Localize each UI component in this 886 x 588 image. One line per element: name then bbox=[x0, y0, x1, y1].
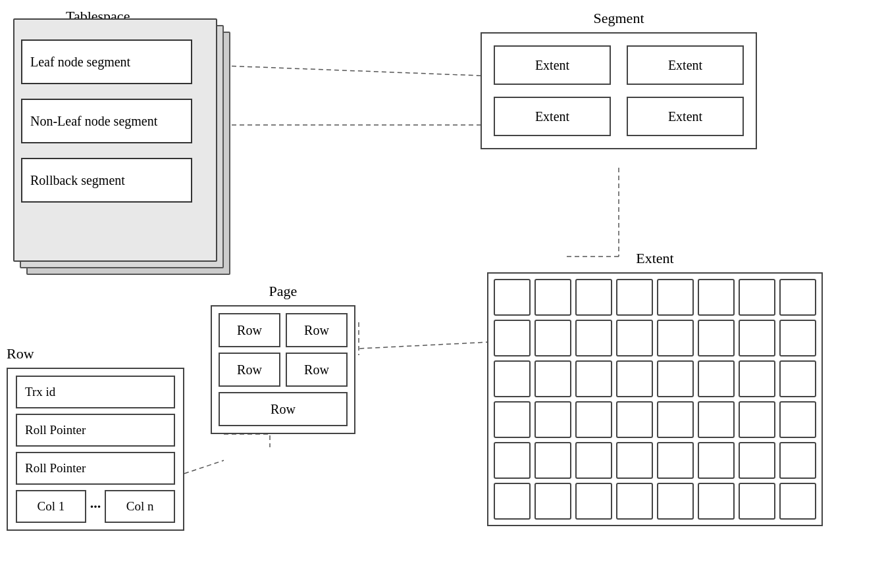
page-row-2: Row bbox=[286, 313, 348, 347]
row-dots: ··· bbox=[90, 498, 101, 515]
page-cell bbox=[534, 442, 571, 479]
page-cell bbox=[494, 279, 531, 316]
page-title: Page bbox=[211, 283, 355, 300]
page-cell bbox=[657, 360, 694, 397]
page-cell bbox=[779, 483, 816, 520]
row-roll-pointer-2: Roll Pointer bbox=[16, 452, 175, 485]
page-cell bbox=[657, 279, 694, 316]
page-cell bbox=[779, 442, 816, 479]
page-cell bbox=[616, 442, 653, 479]
page-cell bbox=[779, 320, 816, 356]
page-cell bbox=[494, 442, 531, 479]
page-cell bbox=[534, 483, 571, 520]
row-col-n: Col n bbox=[105, 490, 175, 523]
page-cell bbox=[739, 483, 775, 520]
page-cell bbox=[779, 279, 816, 316]
page-cell bbox=[575, 279, 612, 316]
page-cell bbox=[616, 483, 653, 520]
row-trx-id: Trx id bbox=[16, 376, 175, 408]
svg-line-4 bbox=[359, 342, 490, 349]
svg-line-8 bbox=[184, 460, 224, 474]
row-col-1: Col 1 bbox=[16, 490, 86, 523]
page-cell bbox=[657, 320, 694, 356]
extent-section: Extent bbox=[487, 250, 823, 526]
page-cell bbox=[575, 442, 612, 479]
page-cell bbox=[494, 401, 531, 438]
page-cell bbox=[739, 320, 775, 356]
segment-title: Segment bbox=[481, 10, 757, 27]
row-outer: Trx id Roll Pointer Roll Pointer Col 1 ·… bbox=[7, 368, 184, 531]
page-cell bbox=[739, 401, 775, 438]
non-leaf-node-segment-box: Non-Leaf node segment bbox=[21, 99, 192, 143]
segment-extent-1: Extent bbox=[494, 45, 611, 85]
page-cell bbox=[575, 483, 612, 520]
page-cell bbox=[616, 279, 653, 316]
segment-extent-4: Extent bbox=[627, 97, 744, 136]
page-cell bbox=[534, 279, 571, 316]
page-cell bbox=[698, 442, 735, 479]
page-cell bbox=[534, 320, 571, 356]
segment-extent-2: Extent bbox=[627, 45, 744, 85]
segment-extent-3: Extent bbox=[494, 97, 611, 136]
row-section: Row Trx id Roll Pointer Roll Pointer Col… bbox=[7, 345, 184, 531]
diagram-container: Tablespace Leaf node segment Non-Leaf no… bbox=[0, 0, 886, 588]
page-cell bbox=[494, 360, 531, 397]
page-cell bbox=[698, 401, 735, 438]
page-cell bbox=[494, 320, 531, 356]
extent-grid bbox=[487, 272, 823, 526]
page-cell bbox=[657, 401, 694, 438]
page-cell bbox=[739, 442, 775, 479]
svg-line-0 bbox=[224, 66, 481, 76]
page-cell bbox=[779, 360, 816, 397]
segment-outer: Extent Extent Extent Extent bbox=[481, 32, 757, 149]
page-cell bbox=[698, 320, 735, 356]
page-cell bbox=[616, 320, 653, 356]
row-cols: Col 1 ··· Col n bbox=[16, 490, 175, 523]
page-row-4: Row bbox=[286, 353, 348, 387]
leaf-node-segment-box: Leaf node segment bbox=[21, 39, 192, 84]
rollback-segment-box: Rollback segment bbox=[21, 158, 192, 203]
page-cell bbox=[779, 401, 816, 438]
page-cell bbox=[739, 279, 775, 316]
row-title: Row bbox=[7, 345, 184, 362]
page-row-5: Row bbox=[219, 392, 348, 426]
page-grid: Row Row Row Row Row bbox=[211, 305, 355, 434]
page-cell bbox=[698, 279, 735, 316]
page-cell bbox=[534, 360, 571, 397]
page-cell bbox=[739, 360, 775, 397]
page-cell bbox=[575, 320, 612, 356]
segment-section: Segment Extent Extent Extent Extent bbox=[481, 10, 757, 149]
page-cell bbox=[575, 401, 612, 438]
page-cell bbox=[698, 483, 735, 520]
page-row-1: Row bbox=[219, 313, 280, 347]
page-cell bbox=[534, 401, 571, 438]
page-cell bbox=[616, 401, 653, 438]
page-cell bbox=[657, 483, 694, 520]
extent-title: Extent bbox=[487, 250, 823, 267]
page-cell bbox=[657, 442, 694, 479]
page-cell bbox=[698, 360, 735, 397]
page-section: Page Row Row Row Row Row bbox=[211, 283, 355, 434]
tablespace-layer-1: Leaf node segment Non-Leaf node segment … bbox=[13, 18, 217, 262]
page-cell bbox=[575, 360, 612, 397]
row-roll-pointer-1: Roll Pointer bbox=[16, 414, 175, 447]
page-cell bbox=[616, 360, 653, 397]
page-row-3: Row bbox=[219, 353, 280, 387]
page-cell bbox=[494, 483, 531, 520]
